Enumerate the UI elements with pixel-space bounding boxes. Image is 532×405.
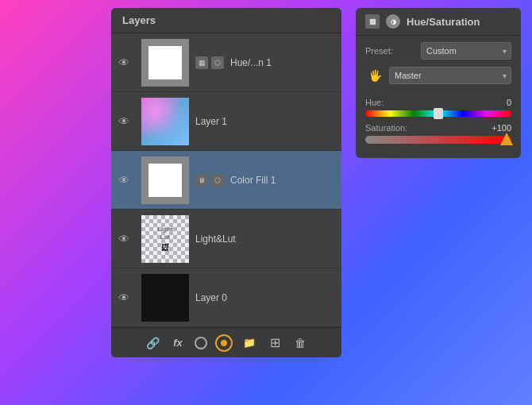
layer-thumbnail xyxy=(141,98,189,145)
preset-label: Preset: xyxy=(365,46,421,56)
monitor-icon: 🖥 xyxy=(195,174,208,187)
layers-panel-title: Layers xyxy=(111,8,341,33)
properties-circle-icon: ◑ xyxy=(386,14,400,29)
saturation-label: Saturation: xyxy=(365,123,407,133)
hue-label: Hue: xyxy=(365,98,384,107)
layer-name-text: Layer 0 xyxy=(195,292,337,303)
link-button[interactable]: 🔗 xyxy=(144,334,161,352)
clip-icon: ⬡ xyxy=(211,56,224,69)
add-layer-button[interactable]: ⊞ xyxy=(266,334,283,352)
visibility-icon[interactable]: 👁 xyxy=(116,114,132,129)
preset-select[interactable]: Custom xyxy=(421,42,511,60)
properties-title-text: Hue/Saturation xyxy=(407,16,480,28)
visibility-icon[interactable]: 👁 xyxy=(116,290,132,306)
lut-icon: 🖼 xyxy=(161,243,169,252)
visibility-icon[interactable]: 👁 xyxy=(116,231,132,247)
visibility-icon[interactable]: 👁 xyxy=(116,172,132,188)
properties-panel: ▦ ◑ Hue/Saturation Preset: Custom 🖐 Mast… xyxy=(356,8,521,158)
saturation-slider-thumb[interactable] xyxy=(500,133,513,145)
list-item[interactable]: 👁 LightLut 🖼 Light&Lut xyxy=(111,210,341,268)
layers-panel: Layers 👁 ▦ ⬡ Hue/...n 1 👁 Layer 1 👁 xyxy=(111,8,341,357)
saturation-slider-track[interactable] xyxy=(365,136,511,144)
thumb-inner xyxy=(148,46,182,79)
properties-type-icon: ▦ xyxy=(365,14,380,29)
layer-thumbnail xyxy=(141,156,189,204)
lut-overlay: LightLut 🖼 xyxy=(141,215,189,263)
layers-toolbar: 🔗 fx 📁 ⊞ 🗑 xyxy=(111,327,341,357)
layer-name-text: Hue/...n 1 xyxy=(230,57,337,68)
master-select[interactable]: Master xyxy=(389,67,511,84)
hue-slider-header: Hue: 0 xyxy=(365,98,511,107)
hue-value: 0 xyxy=(488,98,511,107)
layer-badges: ▦ ⬡ xyxy=(195,56,227,69)
layer-name-text: Color Fill 1 xyxy=(230,175,337,186)
layer-type-icon: ▦ xyxy=(195,56,208,69)
preset-row: Preset: Custom xyxy=(365,42,511,60)
saturation-value: +100 xyxy=(488,123,511,133)
folder-button[interactable]: 📁 xyxy=(241,334,258,352)
master-row: 🖐 Master xyxy=(365,66,511,85)
thumb-inner xyxy=(148,164,182,197)
hue-slider-section: Hue: 0 xyxy=(356,98,521,117)
hue-slider-track[interactable] xyxy=(365,110,511,117)
hand-icon: 🖐 xyxy=(365,66,384,85)
list-item[interactable]: 👁 ▦ ⬡ Hue/...n 1 xyxy=(111,33,341,92)
saturation-slider-section: Saturation: +100 xyxy=(356,123,521,144)
visibility-icon[interactable]: 👁 xyxy=(116,55,132,71)
adjustment-icon-inner xyxy=(221,340,227,346)
list-item[interactable]: 👁 🖥 ⬡ Color Fill 1 xyxy=(111,151,341,210)
list-item[interactable]: 👁 Layer 1 xyxy=(111,92,341,151)
adjustment-button[interactable] xyxy=(215,334,233,352)
layer-thumbnail: LightLut 🖼 xyxy=(141,215,189,263)
saturation-slider-header: Saturation: +100 xyxy=(365,123,511,133)
clip-icon: ⬡ xyxy=(211,174,224,187)
lut-text: LightLut xyxy=(157,226,173,242)
layer-name-text: Layer 1 xyxy=(195,116,337,127)
layer-thumbnail xyxy=(141,274,189,322)
master-select-wrapper: Master xyxy=(389,67,511,84)
layer-thumbnail xyxy=(141,39,189,87)
fill-button[interactable] xyxy=(195,337,207,349)
layers-title-text: Layers xyxy=(122,14,156,26)
layer-name-text: Light&Lut xyxy=(195,233,337,245)
layer-badges: 🖥 ⬡ xyxy=(195,174,227,187)
delete-layer-button[interactable]: 🗑 xyxy=(291,334,309,352)
fx-button[interactable]: fx xyxy=(169,334,187,352)
preset-section: Preset: Custom 🖐 Master xyxy=(356,36,521,98)
preset-select-wrapper: Custom xyxy=(421,42,511,60)
layers-list: 👁 ▦ ⬡ Hue/...n 1 👁 Layer 1 👁 🖥 ⬡ xyxy=(111,33,341,327)
properties-title-bar: ▦ ◑ Hue/Saturation xyxy=(356,8,521,36)
list-item[interactable]: 👁 Layer 0 xyxy=(111,268,341,327)
hue-slider-thumb[interactable] xyxy=(434,108,443,119)
